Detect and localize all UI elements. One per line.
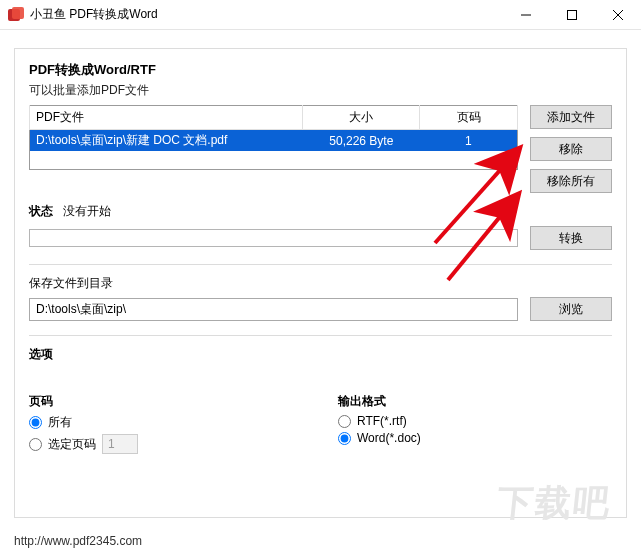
col-file[interactable]: PDF文件 [30,106,303,130]
table-empty-space [30,151,518,169]
convert-button[interactable]: 转换 [530,226,612,250]
cell-pages: 1 [420,130,518,152]
minimize-button[interactable] [503,0,549,29]
section-subheading: 可以批量添加PDF文件 [29,82,612,99]
radio-rtf[interactable]: RTF(*.rtf) [338,414,421,428]
window-title: 小丑鱼 PDF转换成Word [30,6,503,23]
format-option-group: 输出格式 RTF(*.rtf) Word(*.doc) [338,393,421,457]
radio-rtf-input[interactable] [338,415,351,428]
cell-file: D:\tools\桌面\zip\新建 DOC 文档.pdf [30,130,303,152]
radio-select-pages[interactable]: 选定页码 [29,434,138,454]
radio-all-pages[interactable]: 所有 [29,414,138,431]
radio-select-pages-label: 选定页码 [48,436,96,453]
cell-size: 50,226 Byte [303,130,420,152]
window-controls [503,0,641,29]
radio-word-label: Word(*.doc) [357,431,421,445]
pages-heading: 页码 [29,393,138,410]
file-table[interactable]: PDF文件 大小 页码 D:\tools\桌面\zip\新建 DOC 文档.pd… [29,105,518,170]
table-row[interactable]: D:\tools\桌面\zip\新建 DOC 文档.pdf 50,226 Byt… [30,130,518,152]
svg-rect-3 [568,10,577,19]
radio-all-pages-label: 所有 [48,414,72,431]
save-label: 保存文件到目录 [29,275,518,292]
section-heading: PDF转换成Word/RTF [29,61,612,79]
app-icon [8,7,24,23]
col-size[interactable]: 大小 [303,106,420,130]
status-text: 没有开始 [63,203,111,220]
remove-all-button[interactable]: 移除所有 [530,169,612,193]
add-file-button[interactable]: 添加文件 [530,105,612,129]
save-path-input[interactable] [29,298,518,321]
options-heading: 选项 [29,346,612,363]
radio-word[interactable]: Word(*.doc) [338,431,421,445]
divider-2 [29,335,612,336]
browse-button[interactable]: 浏览 [530,297,612,321]
status-label: 状态 [29,203,53,220]
progress-bar [29,229,518,247]
remove-button[interactable]: 移除 [530,137,612,161]
maximize-button[interactable] [549,0,595,29]
radio-all-pages-input[interactable] [29,416,42,429]
pages-option-group: 页码 所有 选定页码 [29,393,138,457]
radio-word-input[interactable] [338,432,351,445]
format-heading: 输出格式 [338,393,421,410]
col-pages[interactable]: 页码 [420,106,518,130]
titlebar: 小丑鱼 PDF转换成Word [0,0,641,30]
svg-rect-1 [12,7,24,19]
footer-url: http://www.pdf2345.com [14,534,142,548]
divider [29,264,612,265]
radio-select-pages-input[interactable] [29,438,42,451]
page-number-input [102,434,138,454]
close-button[interactable] [595,0,641,29]
main-panel: PDF转换成Word/RTF 可以批量添加PDF文件 PDF文件 大小 页码 [14,48,627,518]
radio-rtf-label: RTF(*.rtf) [357,414,407,428]
